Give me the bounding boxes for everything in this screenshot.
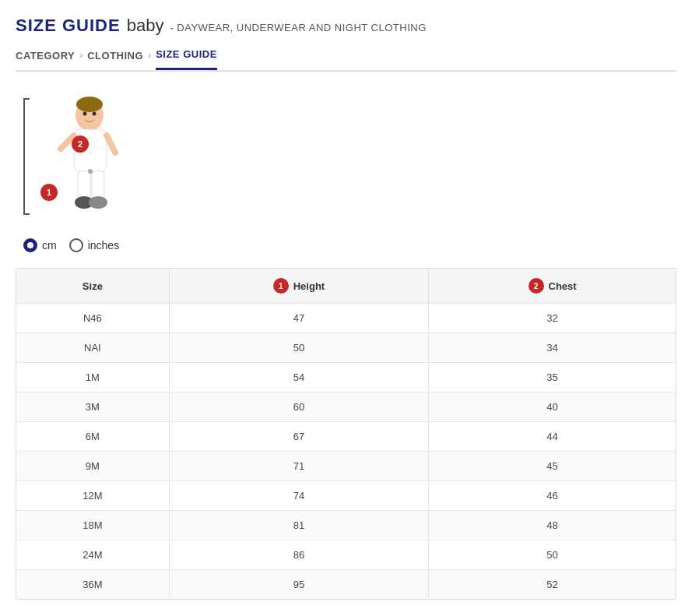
breadcrumb-sep-1: ›	[79, 50, 83, 69]
svg-point-1	[76, 97, 103, 112]
size-table-wrapper: Size 1 Height 2 Chest	[16, 268, 676, 600]
illustration-section: 1 2 cm inches	[23, 90, 676, 252]
title-size-guide: SIZE GUIDE	[16, 16, 121, 36]
cell-chest: 46	[429, 481, 676, 511]
col-size: Size	[16, 269, 169, 304]
cell-height: 74	[169, 481, 428, 511]
inches-label: inches	[88, 239, 119, 252]
col-chest: 2 Chest	[429, 269, 676, 304]
bracket-bottom	[23, 213, 30, 215]
cell-chest: 45	[429, 452, 676, 481]
cell-size: 1M	[16, 363, 169, 392]
cell-height: 86	[169, 540, 428, 570]
svg-point-9	[83, 112, 87, 116]
cell-chest: 32	[429, 304, 676, 333]
breadcrumb-sep-2: ›	[148, 50, 151, 69]
cell-chest: 48	[429, 511, 676, 540]
baby-illustration	[23, 90, 148, 223]
cell-height: 95	[169, 570, 428, 600]
cell-chest: 52	[429, 570, 676, 600]
height-marker: 1	[273, 278, 289, 294]
size-table: Size 1 Height 2 Chest	[16, 269, 676, 599]
cell-chest: 40	[429, 392, 676, 422]
svg-point-11	[88, 169, 93, 174]
table-row: 12M 74 46	[16, 481, 676, 511]
table-row: 36M 95 52	[16, 570, 676, 600]
cell-height: 54	[169, 363, 428, 392]
cell-size: 3M	[16, 392, 169, 422]
inches-option[interactable]: inches	[69, 238, 119, 252]
breadcrumb: CATEGORY › CLOTHING › SIZE GUIDE	[16, 48, 676, 72]
cell-size: NAI	[16, 333, 169, 363]
cell-height: 47	[169, 304, 428, 333]
table-row: 3M 60 40	[16, 392, 676, 422]
chest-marker: 2	[529, 278, 544, 294]
cm-radio[interactable]	[23, 238, 37, 252]
marker-height: 1	[40, 184, 58, 201]
breadcrumb-category[interactable]: CATEGORY	[16, 50, 75, 69]
cell-chest: 34	[429, 333, 676, 363]
table-row: 6M 67 44	[16, 422, 676, 452]
cell-height: 81	[169, 511, 428, 540]
table-row: 24M 86 50	[16, 540, 676, 570]
bracket-top	[23, 98, 30, 100]
cell-height: 60	[169, 392, 428, 422]
cell-size: 36M	[16, 570, 169, 600]
unit-toggle: cm inches	[23, 238, 119, 252]
page-container: SIZE GUIDE baby - DAYWEAR, UNDERWEAR AND…	[0, 0, 692, 615]
cell-height: 67	[169, 422, 428, 452]
cell-chest: 50	[429, 540, 676, 570]
marker-chest: 2	[72, 136, 89, 153]
cm-label: cm	[42, 239, 57, 252]
svg-point-12	[89, 151, 92, 154]
cell-size: 6M	[16, 422, 169, 452]
table-row: 18M 81 48	[16, 511, 676, 540]
table-row: NAI 50 34	[16, 333, 676, 363]
breadcrumb-size-guide[interactable]: SIZE GUIDE	[156, 48, 217, 70]
height-bracket-line	[23, 98, 25, 215]
table-header-row: Size 1 Height 2 Chest	[16, 269, 676, 304]
cell-size: 12M	[16, 481, 169, 511]
inches-radio[interactable]	[69, 238, 83, 252]
cm-option[interactable]: cm	[23, 238, 57, 252]
page-title-section: SIZE GUIDE baby - DAYWEAR, UNDERWEAR AND…	[16, 16, 676, 36]
cell-size: 9M	[16, 452, 169, 481]
table-row: N46 47 32	[16, 304, 676, 333]
title-subtitle: - DAYWEAR, UNDERWEAR AND NIGHT CLOTHING	[170, 22, 426, 33]
cell-size: 18M	[16, 511, 169, 540]
cell-chest: 35	[429, 363, 676, 392]
svg-point-8	[89, 196, 107, 209]
cell-chest: 44	[429, 422, 676, 452]
table-body: N46 47 32 NAI 50 34 1M 54 35 3M 60 40 6M…	[16, 304, 676, 600]
cell-size: 24M	[16, 540, 169, 570]
title-baby: baby	[127, 16, 164, 36]
table-row: 9M 71 45	[16, 452, 676, 481]
cell-height: 50	[169, 333, 428, 363]
svg-point-10	[93, 112, 97, 116]
svg-line-4	[107, 136, 115, 153]
col-height: 1 Height	[169, 269, 428, 304]
cell-height: 71	[169, 452, 428, 481]
table-row: 1M 54 35	[16, 363, 676, 392]
baby-figure: 1 2	[23, 90, 148, 223]
breadcrumb-clothing[interactable]: CLOTHING	[87, 50, 143, 69]
cell-size: N46	[16, 304, 169, 333]
